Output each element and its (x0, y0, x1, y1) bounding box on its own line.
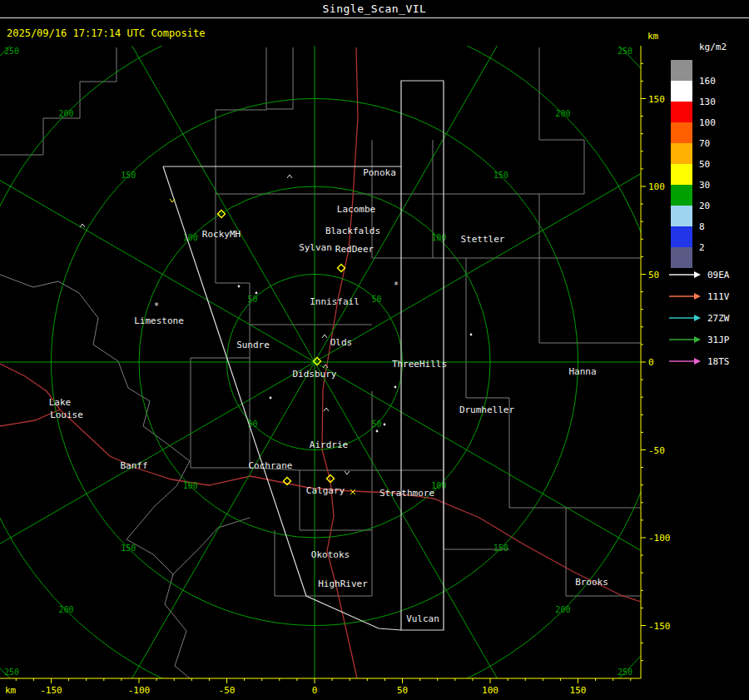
bottom-axis-tick-label: -150 (40, 685, 62, 696)
highway-line (0, 410, 641, 602)
range-spoke (65, 362, 315, 700)
map-layers: 5050505010010010010015015015015020020020… (0, 0, 749, 700)
v-marker (170, 199, 175, 202)
town-label: Sylvan (299, 242, 332, 253)
range-ring-label: 200 (555, 109, 570, 118)
right-axis-tick-label: -50 (648, 445, 665, 456)
bottom-axis-tick-label: 150 (570, 685, 587, 696)
radar-id-label: 09EA (707, 270, 730, 280)
right-axis-tick-label: -100 (648, 533, 671, 544)
town-label: Hanna (568, 366, 596, 377)
radar-arrow-head-icon (694, 336, 701, 343)
county-boundary-line (300, 470, 372, 530)
legend-scale-label: 50 (699, 159, 710, 170)
town-label: Drumheller (459, 405, 515, 415)
county-boundary-line (165, 574, 190, 678)
town-label: Lake (49, 397, 72, 408)
radar-map-display[interactable]: 5050505010010010010015015015015020020020… (0, 0, 749, 700)
bottom-axis-tick-label: 100 (482, 685, 499, 696)
radar-scan-outline (401, 81, 444, 630)
dot-marker (384, 424, 386, 426)
county-boundary-line (216, 194, 250, 358)
range-ring-label: 150 (494, 171, 508, 180)
county-boundary-line (0, 275, 79, 293)
town-label: Banff (120, 460, 147, 471)
town-label: Okotoks (311, 549, 350, 560)
legend-color-box (671, 143, 692, 164)
range-ring-label: 250 (618, 47, 632, 56)
radar-arrow-head-icon (694, 293, 701, 300)
town-label: Stettler (461, 234, 505, 245)
dot-marker (394, 386, 397, 389)
legend-scale-label: 2 (699, 242, 705, 253)
county-boundary-line (539, 47, 584, 258)
county-boundary-line (466, 258, 641, 508)
range-ring-label: 250 (618, 668, 632, 677)
town-label: Lacombe (337, 204, 375, 215)
radar-arrow-head-icon (694, 315, 701, 321)
legend-scale-label: 30 (699, 180, 710, 191)
range-ring-label: 50 (372, 295, 382, 304)
range-spoke (315, 0, 564, 362)
legend-color-box (671, 247, 692, 268)
right-axis-tick-label: -150 (648, 621, 671, 632)
right-axis-tick-label: 150 (648, 94, 665, 105)
radar-id-label: 27ZW (707, 313, 730, 324)
town-label: RockyMH (202, 229, 241, 240)
town-label: Didsbury (293, 369, 337, 380)
range-ring-label: 200 (59, 109, 74, 118)
county-boundary-line (444, 400, 509, 549)
right-axis-tick-label: 0 (648, 357, 654, 368)
legend-color-box (671, 226, 692, 247)
town-label: Calgary (306, 485, 345, 496)
v-marker (345, 471, 350, 474)
county-boundary-line (539, 258, 641, 343)
legend-scale-label: 20 (699, 201, 710, 211)
vil-unit-label: kg/m2 (699, 42, 727, 52)
caret-marker (80, 224, 85, 227)
town-label: Sundre (236, 340, 270, 350)
range-spoke (65, 0, 315, 362)
town-label: Vulcan (406, 613, 439, 624)
radar-arrow-head-icon (694, 271, 701, 278)
dot-marker (470, 334, 473, 336)
town-label: Strathmore (379, 488, 434, 499)
dot-marker (376, 430, 379, 433)
legend-color-box (671, 164, 692, 185)
town-label: Innisfail (310, 296, 360, 307)
right-axis-tick-label: 50 (648, 270, 659, 280)
range-ring-label: 100 (183, 233, 198, 242)
town-label: Louise (50, 410, 83, 420)
town-label: Cochrane (249, 460, 293, 471)
range-ring-label: 200 (59, 605, 74, 614)
legend-scale-label: 130 (699, 97, 716, 107)
legend-color-box (671, 206, 692, 226)
town-label: ThreeHills (392, 359, 447, 370)
dot-marker (270, 397, 272, 400)
range-ring-label: 250 (4, 668, 19, 677)
radar-id-label: 111V (707, 291, 730, 302)
town-label: Ponoka (363, 167, 396, 178)
town-label: Blackfalds (325, 226, 380, 236)
range-ring-label: 50 (247, 295, 257, 304)
town-label: HighRiver (318, 578, 368, 589)
bottom-axis-tick-label: 50 (397, 685, 408, 696)
radar-id-label: 18TS (707, 356, 730, 367)
x-marker (350, 489, 355, 494)
county-boundary-line (79, 293, 250, 574)
range-ring-label: 150 (494, 544, 508, 553)
bottom-axis-unit-label: km (5, 685, 17, 696)
range-spoke (315, 362, 564, 700)
radar-id-label: 31JP (707, 335, 730, 345)
range-ring-label: 100 (183, 481, 198, 490)
legend-color-box (671, 102, 692, 122)
town-label: RedDeer (335, 244, 374, 255)
town-label: Limestone (134, 315, 184, 326)
range-spoke (315, 362, 747, 612)
legend-scale-label: 70 (699, 138, 710, 149)
county-boundary-line (191, 358, 250, 468)
legend-color-box (671, 185, 692, 206)
legend-scale-label: 160 (699, 76, 716, 87)
caret-marker (324, 408, 329, 411)
bottom-axis-tick-label: 0 (312, 685, 318, 696)
